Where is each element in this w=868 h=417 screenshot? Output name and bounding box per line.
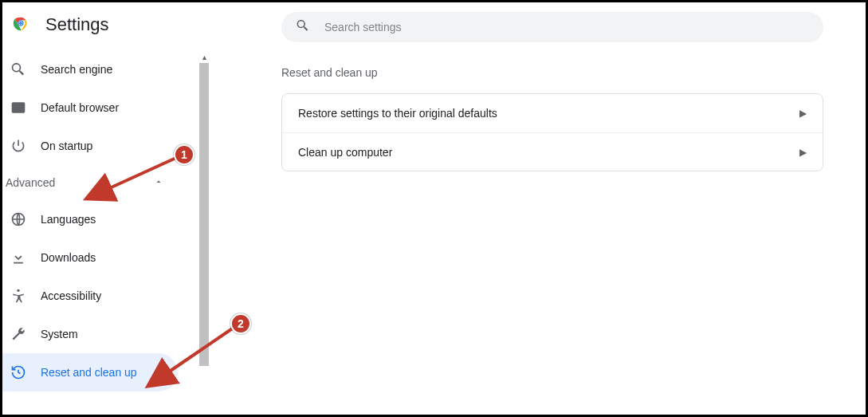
globe-icon xyxy=(10,211,26,227)
chevron-right-icon: ▶ xyxy=(799,147,807,158)
chevron-right-icon: ▶ xyxy=(799,108,807,119)
row-label: Clean up computer xyxy=(298,146,392,159)
settings-card: Restore settings to their original defau… xyxy=(281,93,823,171)
sidebar-item-label: Default browser xyxy=(41,101,119,114)
download-icon xyxy=(10,250,26,266)
sidebar-item-languages[interactable]: Languages xyxy=(2,200,178,238)
sidebar-scrollbar[interactable]: ▴ xyxy=(198,50,210,417)
sidebar-item-label: On startup xyxy=(41,140,92,152)
row-restore-defaults[interactable]: Restore settings to their original defau… xyxy=(282,94,823,132)
search-settings-input[interactable]: Search settings xyxy=(281,12,823,42)
sidebar-item-label: Languages xyxy=(41,213,96,226)
sidebar-section-label: Advanced xyxy=(6,176,55,189)
sidebar-item-default-browser[interactable]: Default browser xyxy=(2,89,178,127)
search-icon xyxy=(296,18,324,36)
main-content: Reset and clean up Restore settings to t… xyxy=(281,66,823,171)
sidebar-item-system[interactable]: System xyxy=(2,315,178,353)
search-placeholder: Search settings xyxy=(324,21,402,33)
scrollbar-thumb[interactable] xyxy=(199,63,209,366)
power-icon xyxy=(10,138,26,154)
restore-icon xyxy=(10,364,26,380)
row-label: Restore settings to their original defau… xyxy=(298,107,497,120)
scroll-up-icon[interactable]: ▴ xyxy=(198,50,210,63)
row-clean-up-computer[interactable]: Clean up computer ▶ xyxy=(282,132,823,171)
sidebar-item-accessibility[interactable]: Accessibility xyxy=(2,277,178,315)
chrome-logo-icon xyxy=(12,14,29,35)
sidebar-item-label: Search engine xyxy=(41,63,112,76)
sidebar-item-label: Reset and clean up xyxy=(41,366,137,379)
search-icon xyxy=(10,61,26,77)
annotation-badge-2: 2 xyxy=(230,313,251,334)
sidebar-item-reset-cleanup[interactable]: Reset and clean up xyxy=(2,353,178,391)
browser-icon xyxy=(10,100,26,116)
page-title: Settings xyxy=(45,14,109,35)
sidebar-item-on-startup[interactable]: On startup xyxy=(2,127,178,165)
section-title: Reset and clean up xyxy=(281,66,823,79)
sidebar-section-advanced[interactable]: Advanced xyxy=(2,165,178,200)
wrench-icon xyxy=(10,326,26,342)
sidebar-item-label: System xyxy=(41,328,78,340)
sidebar-item-label: Accessibility xyxy=(41,289,101,302)
accessibility-icon xyxy=(10,288,26,304)
svg-point-7 xyxy=(17,289,19,292)
sidebar-item-downloads[interactable]: Downloads xyxy=(2,238,178,277)
svg-point-3 xyxy=(19,22,22,25)
chevron-up-icon xyxy=(154,176,163,189)
svg-rect-5 xyxy=(13,103,25,105)
sidebar-item-label: Downloads xyxy=(41,251,96,264)
sidebar-item-search-engine[interactable]: Search engine xyxy=(2,50,178,89)
sidebar: Search engine Default browser On startup… xyxy=(2,50,198,417)
